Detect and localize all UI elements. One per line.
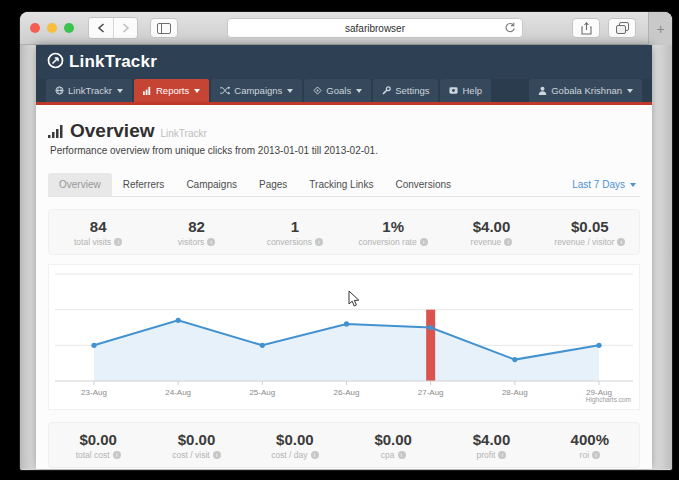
info-icon[interactable]: i: [114, 238, 122, 246]
site-logo-text[interactable]: LinkTrackr: [69, 52, 157, 72]
tabs-icon: [616, 22, 629, 34]
svg-text:23-Aug: 23-Aug: [81, 388, 107, 397]
address-bar[interactable]: safaribrowser: [227, 18, 523, 38]
svg-text:24-Aug: 24-Aug: [165, 388, 191, 397]
chevron-down-icon: [194, 89, 200, 93]
visits-chart-card: 23-Aug24-Aug25-Aug26-Aug27-Aug28-Aug29-A…: [48, 264, 640, 410]
shuffle-icon: [220, 86, 230, 95]
svg-text:28-Aug: 28-Aug: [502, 388, 528, 397]
info-icon[interactable]: i: [398, 451, 406, 459]
stat-profit: $4.00 profiti: [442, 431, 540, 460]
traffic-lights: [30, 23, 74, 33]
wrench-icon: [382, 86, 391, 95]
nav-item-goals[interactable]: Goals: [304, 79, 371, 102]
tab-campaigns[interactable]: Campaigns: [175, 173, 248, 196]
main-nav: LinkTrackr Reports Campaigns Goals Setti…: [36, 79, 652, 105]
nav-item-campaigns[interactable]: Campaigns: [211, 79, 302, 102]
info-icon[interactable]: i: [311, 451, 319, 459]
svg-text:27-Aug: 27-Aug: [418, 388, 444, 397]
globe-icon: [55, 86, 64, 95]
visits-chart[interactable]: 23-Aug24-Aug25-Aug26-Aug27-Aug28-Aug29-A…: [49, 265, 639, 405]
stats-row-top: 84 total visitsi 82 visitorsi 1 conversi…: [48, 209, 640, 255]
nav-item-linktrackr[interactable]: LinkTrackr: [46, 79, 132, 102]
help-icon: [449, 86, 458, 95]
info-icon[interactable]: i: [213, 451, 221, 459]
share-icon: [581, 22, 592, 35]
info-icon[interactable]: i: [504, 238, 512, 246]
info-icon[interactable]: i: [315, 238, 323, 246]
sidebar-toggle-button[interactable]: [150, 18, 178, 38]
goal-diamond-icon: [313, 86, 322, 95]
page-title: Overview: [70, 120, 155, 142]
stat-conversion-rate: 1% conversion ratei: [344, 218, 442, 247]
stat-cost-per-day: $0.00 cost / dayi: [246, 431, 344, 460]
reload-icon[interactable]: [504, 22, 516, 37]
svg-text:Highcharts.com: Highcharts.com: [586, 396, 631, 404]
info-icon[interactable]: i: [498, 451, 506, 459]
tab-conversions[interactable]: Conversions: [384, 173, 462, 196]
share-button[interactable]: [572, 18, 600, 38]
nav-item-settings[interactable]: Settings: [373, 79, 438, 102]
info-icon[interactable]: i: [207, 238, 215, 246]
chevron-down-icon: [627, 89, 633, 93]
svg-text:26-Aug: 26-Aug: [334, 388, 360, 397]
tab-tracking-links[interactable]: Tracking Links: [298, 173, 384, 196]
bar-chart-icon: [143, 86, 152, 95]
back-button[interactable]: [89, 18, 113, 38]
svg-text:25-Aug: 25-Aug: [249, 388, 275, 397]
site-header: LinkTrackr: [36, 45, 652, 79]
new-tab-button[interactable]: +: [648, 12, 672, 45]
close-window-button[interactable]: [30, 23, 40, 33]
stat-total-visits: 84 total visitsi: [49, 218, 147, 247]
minimize-window-button[interactable]: [47, 23, 57, 33]
stat-roi: 400% roii: [541, 431, 639, 460]
chevron-down-icon: [356, 89, 362, 93]
chevron-down-icon: [287, 89, 293, 93]
browser-viewport: LinkTrackr LinkTrackr Reports Campaigns: [20, 45, 672, 469]
history-buttons: [88, 17, 138, 39]
page-title-suffix: LinkTrackr: [161, 128, 207, 139]
info-icon[interactable]: i: [592, 451, 600, 459]
browser-chrome: safaribrowser +: [20, 12, 672, 45]
linktrackr-page: LinkTrackr LinkTrackr Reports Campaigns: [36, 45, 652, 469]
stat-total-cost: $0.00 total costi: [49, 431, 147, 460]
stat-revenue-per-visitor: $0.05 revenue / visitori: [541, 218, 639, 247]
date-range-dropdown[interactable]: Last 7 Days: [572, 179, 640, 190]
linktrackr-logo-icon: [47, 52, 64, 73]
user-menu[interactable]: Gobala Krishnan: [529, 79, 642, 102]
stat-cpa: $0.00 cpai: [344, 431, 442, 460]
address-text: safaribrowser: [345, 23, 405, 34]
stat-cost-per-visit: $0.00 cost / visiti: [147, 431, 245, 460]
plus-icon: +: [656, 21, 664, 37]
tab-overview-button[interactable]: [608, 18, 636, 38]
info-icon[interactable]: i: [617, 238, 625, 246]
user-icon: [538, 86, 547, 95]
stat-visitors: 82 visitorsi: [147, 218, 245, 247]
nav-item-reports[interactable]: Reports: [134, 79, 209, 102]
info-icon[interactable]: i: [113, 451, 121, 459]
chevron-down-icon: [117, 89, 123, 93]
stat-revenue: $4.00 revenuei: [442, 218, 540, 247]
nav-item-help[interactable]: Help: [440, 79, 491, 102]
browser-window: safaribrowser + LinkTrackr: [20, 12, 672, 470]
mouse-cursor: [348, 290, 361, 312]
tab-overview[interactable]: Overview: [48, 173, 112, 196]
main-content: Overview LinkTrackr Performance overview…: [36, 120, 652, 468]
report-tabs: Overview Referrers Campaigns Pages Track…: [48, 173, 640, 197]
tab-pages[interactable]: Pages: [248, 173, 298, 196]
chevron-down-icon: [630, 183, 636, 187]
forward-button[interactable]: [113, 18, 137, 38]
overview-bars-icon: [48, 124, 64, 142]
tab-referrers[interactable]: Referrers: [112, 173, 176, 196]
sidebar-icon: [157, 23, 171, 34]
page-subtitle: Performance overview from unique clicks …: [50, 145, 640, 156]
stat-conversions: 1 conversionsi: [246, 218, 344, 247]
stats-row-bottom: $0.00 total costi $0.00 cost / visiti $0…: [48, 422, 640, 468]
zoom-window-button[interactable]: [64, 23, 74, 33]
info-icon[interactable]: i: [420, 238, 428, 246]
